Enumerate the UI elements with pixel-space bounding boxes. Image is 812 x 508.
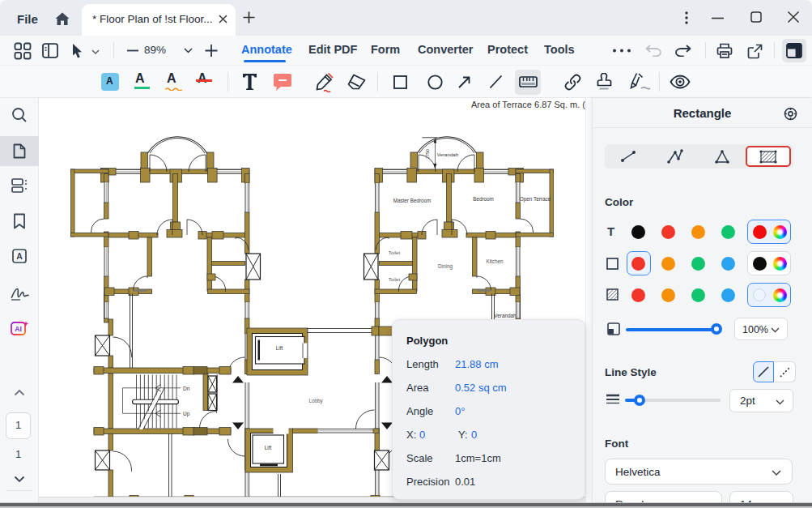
svg-text:Up: Up: [183, 411, 190, 417]
svg-text:Kitchen: Kitchen: [486, 258, 504, 264]
svg-text:Bedroom: Bedroom: [473, 196, 494, 202]
svg-text:Verandah: Verandah: [437, 152, 459, 157]
svg-text:Lobby: Lobby: [308, 398, 323, 404]
svg-text:AI: AI: [15, 325, 22, 333]
svg-text:Master Bedroom: Master Bedroom: [393, 198, 432, 203]
svg-text:Verandah: Verandah: [494, 313, 517, 318]
svg-text:Open Terrace: Open Terrace: [520, 196, 551, 203]
svg-text:Toilet: Toilet: [389, 276, 401, 282]
svg-text:Dn: Dn: [183, 386, 190, 391]
svg-text:Toilet: Toilet: [389, 250, 401, 255]
svg-text:Lift: Lift: [276, 345, 283, 351]
svg-text:1750: 1750: [425, 149, 430, 159]
svg-text:Lift: Lift: [265, 445, 272, 450]
svg-text:Dining: Dining: [438, 263, 453, 270]
svg-text:A: A: [16, 251, 23, 261]
